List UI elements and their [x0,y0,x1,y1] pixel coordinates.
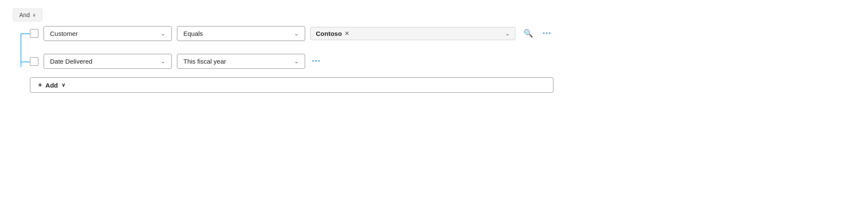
h-line-1 [21,33,30,34]
filter-row-1: Customer ⌄ Equals ⌄ Contoso ✕ ⌄ [30,26,553,41]
row-1-value-container[interactable]: Contoso ✕ ⌄ [310,27,515,40]
add-plus-icon: + [38,81,42,89]
row-1-operator-dropdown[interactable]: Equals ⌄ [177,26,305,41]
h-line-2 [21,62,30,62]
more-icon-2: ··· [312,57,321,66]
filter-container: And ∨ Customer ⌄ Equals [13,9,855,93]
row-2-more-button[interactable]: ··· [310,57,323,66]
and-label: And [19,12,30,18]
vertical-line [13,26,30,93]
search-icon: 🔍 [524,29,533,38]
row-1-value-tag: Contoso ✕ [316,30,350,37]
add-button[interactable]: + Add ∨ [30,77,553,93]
row-1-search-button[interactable]: 🔍 [521,26,536,41]
filter-rows-wrapper: Customer ⌄ Equals ⌄ Contoso ✕ ⌄ [13,26,553,93]
row-2-operator-label: This fiscal year [183,58,226,65]
add-label: Add [45,82,58,89]
row-1-field-dropdown[interactable]: Customer ⌄ [44,26,172,41]
row-1-operator-label: Equals [183,30,203,37]
row-1-value-close-icon[interactable]: ✕ [344,30,350,37]
row-1-field-chevron-icon: ⌄ [161,30,165,37]
and-button[interactable]: And ∨ [13,9,42,21]
row-1-operator-chevron-icon: ⌄ [294,30,299,37]
row-2-field-label: Date Delivered [50,58,92,65]
row-2-operator-chevron-icon: ⌄ [294,58,299,65]
rows-and-add: Customer ⌄ Equals ⌄ Contoso ✕ ⌄ [30,26,553,93]
row-1-field-label: Customer [50,30,78,37]
more-icon-1: ··· [543,29,552,38]
row-2-field-dropdown[interactable]: Date Delivered ⌄ [44,54,172,69]
filter-row-2: Date Delivered ⌄ This fiscal year ⌄ ··· [30,54,553,69]
and-chevron-icon: ∨ [32,12,36,18]
row-1-value-chevron-icon[interactable]: ⌄ [505,30,510,37]
row-2-operator-dropdown[interactable]: This fiscal year ⌄ [177,54,305,69]
row-1-more-button[interactable]: ··· [541,29,553,38]
row-1-checkbox[interactable] [30,29,38,38]
row-2-checkbox[interactable] [30,57,38,66]
row-2-field-chevron-icon: ⌄ [161,58,165,65]
filter-rows: Customer ⌄ Equals ⌄ Contoso ✕ ⌄ [30,26,553,69]
add-chevron-icon: ∨ [62,82,65,88]
row-1-value-text: Contoso [316,30,342,37]
